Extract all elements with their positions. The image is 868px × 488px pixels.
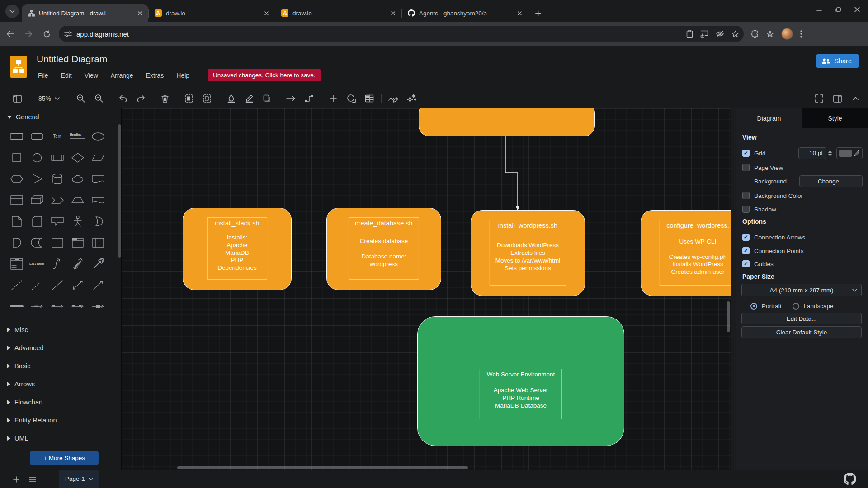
shape-diamond[interactable] — [67, 147, 88, 168]
shape-link[interactable] — [6, 296, 27, 317]
unsaved-changes-button[interactable]: Unsaved changes. Click here to save. — [208, 69, 321, 81]
shape-dashed-line[interactable] — [6, 274, 27, 296]
section-general[interactable]: General — [0, 109, 121, 125]
shape-rectangle[interactable] — [6, 126, 27, 147]
fill-color-icon[interactable] — [222, 91, 240, 106]
shape-arrow[interactable] — [88, 253, 108, 274]
diagram-node-install-wordpress[interactable]: install_wordpress.sh Downloads WordPress… — [471, 210, 585, 296]
section-entity-relation[interactable]: Entity Relation — [0, 411, 121, 429]
section-uml[interactable]: UML — [0, 429, 121, 447]
install-app-icon[interactable] — [700, 30, 708, 38]
browser-tab-2[interactable]: draw.io — [148, 4, 275, 22]
shape-curve[interactable] — [47, 253, 67, 274]
toggle-format-panel-icon[interactable] — [828, 91, 846, 106]
shape-edge-label[interactable] — [27, 296, 47, 317]
paper-size-select[interactable]: A4 (210 mm x 297 mm) — [741, 284, 862, 296]
diagram-canvas[interactable]: install_stack.sh Installs: Apache MariaD… — [122, 108, 731, 470]
section-flowchart[interactable]: Flowchart — [0, 393, 121, 411]
edit-data-button[interactable]: Edit Data... — [741, 313, 862, 324]
waypoints-icon[interactable] — [300, 91, 318, 106]
shape-edge-labels-2[interactable] — [47, 296, 67, 317]
side-panel-bookmarks-icon[interactable] — [766, 30, 774, 38]
close-window-button[interactable] — [854, 7, 860, 12]
shape-step[interactable] — [47, 189, 67, 211]
menu-edit[interactable]: Edit — [61, 72, 72, 79]
section-misc[interactable]: Misc — [0, 321, 121, 339]
shadow-checkbox[interactable] — [742, 206, 750, 213]
zoom-out-icon[interactable] — [90, 91, 108, 106]
back-button[interactable] — [3, 26, 18, 42]
shape-internal-storage[interactable] — [6, 189, 27, 211]
zoom-control[interactable]: 85% — [32, 95, 66, 102]
tab-close-icon[interactable] — [136, 9, 144, 17]
freehand-icon[interactable] — [384, 91, 402, 106]
diagram-node-configure-wordpress[interactable]: configure_wordpress. Uses WP-CLI Creates… — [641, 210, 731, 296]
tab-close-icon[interactable] — [389, 9, 397, 17]
landscape-radio[interactable] — [793, 303, 799, 310]
sidebar-scrollbar[interactable] — [118, 124, 121, 258]
shape-textbox[interactable]: Heading — [67, 126, 88, 147]
shape-actor[interactable] — [67, 211, 88, 232]
grid-color-button[interactable] — [836, 147, 863, 159]
menu-file[interactable]: File — [38, 72, 48, 79]
shape-note[interactable] — [6, 211, 27, 232]
shape-list[interactable] — [6, 253, 27, 274]
guides-checkbox[interactable] — [742, 260, 750, 267]
diagram-node-install-stack[interactable]: install_stack.sh Installs: Apache MariaD… — [183, 208, 292, 290]
line-color-icon[interactable] — [240, 91, 258, 106]
fullscreen-icon[interactable] — [810, 91, 828, 106]
shape-cloud[interactable] — [67, 168, 88, 189]
page-view-checkbox[interactable] — [742, 164, 750, 171]
shape-arrow-line[interactable] — [88, 274, 108, 296]
copy-style-icon[interactable] — [180, 91, 198, 106]
shape-ellipse[interactable] — [88, 126, 108, 147]
shape-and[interactable] — [6, 232, 27, 253]
browser-menu-icon[interactable] — [800, 30, 802, 38]
delete-icon[interactable] — [156, 91, 174, 106]
extensions-icon[interactable] — [751, 30, 759, 38]
share-button[interactable]: Share — [816, 54, 859, 68]
shape-double-arrow-line[interactable] — [67, 274, 88, 296]
shape-list-item[interactable]: List Item — [27, 253, 47, 274]
bookmark-star-icon[interactable] — [731, 30, 739, 38]
zoom-in-icon[interactable] — [72, 91, 90, 106]
grid-checkbox[interactable] — [742, 150, 750, 157]
menu-view[interactable]: View — [85, 72, 98, 79]
shape-card[interactable] — [27, 211, 47, 232]
shape-document[interactable] — [88, 168, 108, 189]
new-tab-button[interactable] — [532, 7, 544, 19]
insert-shape-icon[interactable] — [342, 91, 360, 106]
shape-parallelogram[interactable] — [88, 147, 108, 168]
tab-close-icon[interactable] — [515, 9, 524, 17]
shape-tape[interactable] — [88, 189, 108, 211]
grid-size-input[interactable]: 10 pt — [798, 147, 826, 159]
clipboard-icon[interactable] — [686, 30, 693, 38]
reload-button[interactable] — [39, 26, 54, 42]
shape-data-storage[interactable] — [27, 232, 47, 253]
shape-callout[interactable] — [47, 211, 67, 232]
tab-close-icon[interactable] — [262, 9, 270, 17]
minimize-button[interactable] — [816, 7, 822, 12]
shape-process[interactable] — [47, 147, 67, 168]
connection-points-checkbox[interactable] — [742, 247, 750, 254]
shape-container[interactable] — [47, 232, 67, 253]
shape-bidirectional-arrow[interactable] — [67, 253, 88, 274]
undo-icon[interactable] — [114, 91, 132, 106]
clear-default-style-button[interactable]: Clear Default Style — [741, 326, 862, 338]
shadow-icon[interactable] — [258, 91, 276, 106]
diagram-node-create-database[interactable]: create_database.sh Creates database Data… — [326, 208, 441, 290]
connection-arrow-icon[interactable] — [282, 91, 300, 106]
connection-arrows-checkbox[interactable] — [742, 234, 750, 241]
profile-avatar[interactable] — [781, 28, 793, 40]
tab-diagram[interactable]: Diagram — [736, 108, 802, 128]
shape-edge-labels-3[interactable] — [67, 296, 88, 317]
document-title[interactable]: Untitled Diagram — [37, 54, 107, 65]
redo-icon[interactable] — [132, 91, 150, 106]
browser-tab-4[interactable]: Agents · ghanshyam20/a — [401, 4, 528, 22]
shape-dotted-line[interactable] — [27, 274, 47, 296]
insert-table-icon[interactable] — [360, 91, 378, 106]
section-basic[interactable]: Basic — [0, 357, 121, 375]
collapse-toolbar-icon[interactable] — [846, 91, 864, 106]
menu-arrange[interactable]: Arrange — [111, 72, 133, 79]
shape-hexagon[interactable] — [6, 168, 27, 189]
